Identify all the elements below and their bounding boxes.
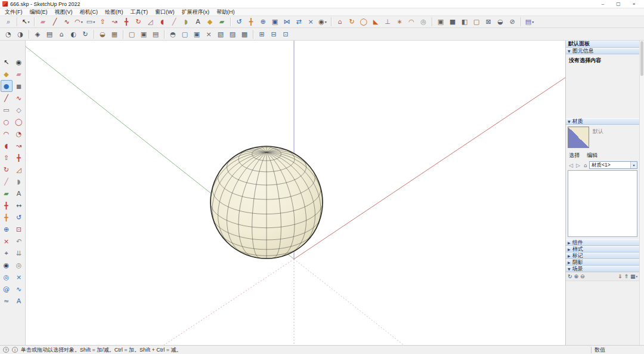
tool-scale[interactable]: ◿ <box>13 164 25 176</box>
materials-tab-edit[interactable]: 编辑 <box>587 152 597 159</box>
component-tool[interactable]: ▣ <box>191 29 202 39</box>
tool-previous-view[interactable]: ↶ <box>13 235 25 247</box>
group-tool[interactable]: ▢ <box>179 29 190 39</box>
terrain-tool[interactable]: ◒ <box>97 29 108 39</box>
menu-tools[interactable]: 工具(T) <box>127 8 152 16</box>
shape-tool[interactable]: ▭▾ <box>85 17 96 27</box>
solid-box-tool[interactable]: ■ <box>447 17 458 27</box>
tool-follow-me[interactable]: ↝ <box>13 140 25 152</box>
tool-rotated-rectangle[interactable]: ◇ <box>13 104 25 116</box>
orbit-tool[interactable]: ↺ <box>234 17 244 27</box>
scene-update[interactable]: ↻ <box>568 273 572 279</box>
move-tool[interactable]: ╋ <box>121 17 132 27</box>
subtract-tool[interactable]: ⊠ <box>483 17 494 27</box>
section-header-materials[interactable]: ▼ 材质 <box>566 118 639 125</box>
arc-tool[interactable]: ◠▾ <box>73 17 84 27</box>
menu-draw[interactable]: 绘图(R) <box>101 8 127 16</box>
pillar-tool[interactable]: ⊥ <box>382 17 393 27</box>
view-top[interactable]: ▤ <box>44 29 55 39</box>
trim-tool[interactable]: ◒ <box>495 17 506 27</box>
walkthrough-tool[interactable]: ◓ <box>168 29 178 39</box>
zoom-tool[interactable]: ⊕ <box>258 17 268 27</box>
minimize-button[interactable]: – <box>595 0 611 8</box>
tool-3d-text[interactable]: A <box>13 295 25 307</box>
menu-edit[interactable]: 编辑(E) <box>26 8 51 16</box>
section-plane-tool[interactable]: ▰ <box>216 17 227 27</box>
tool-text[interactable]: A <box>13 187 25 199</box>
warehouse-tool[interactable]: ⌂ <box>335 17 345 27</box>
union-tool[interactable]: ▢ <box>471 17 482 27</box>
menu-window[interactable]: 窗口(W) <box>151 8 178 16</box>
setsquare-tool[interactable]: ◣ <box>370 17 381 27</box>
tool-protractor[interactable]: ◗ <box>13 176 25 187</box>
tool-zoom-extents[interactable]: × <box>1 235 13 247</box>
lock-tool[interactable]: ▤ <box>150 29 161 39</box>
line-tool[interactable]: ╱ <box>49 17 60 27</box>
materials-window-tool[interactable]: ▣ <box>138 29 149 39</box>
case-tool[interactable]: ⊡ <box>280 29 291 39</box>
paint-bucket-tool[interactable]: ◆ <box>205 17 215 27</box>
tool-position-camera[interactable]: ⌖ <box>1 247 13 259</box>
scenes-list[interactable] <box>566 281 639 345</box>
search-tool[interactable]: ⌕ <box>3 17 14 27</box>
materials-dropdown[interactable]: 材质<1> ▾ <box>589 161 637 169</box>
freehand-tool[interactable]: ∿ <box>61 17 72 27</box>
tool-box[interactable]: ◼ <box>13 80 25 92</box>
tool-walk[interactable]: ⇊ <box>13 247 25 259</box>
material-preview[interactable] <box>568 127 589 148</box>
tool-eye[interactable]: ◎ <box>13 259 25 271</box>
view-right[interactable]: ◐ <box>68 29 79 39</box>
tool-dimension[interactable]: ↔ <box>13 199 25 211</box>
viewport[interactable] <box>26 41 565 345</box>
tool-paint-bucket[interactable]: ◆ <box>1 68 13 80</box>
scale-tool[interactable]: ◿ <box>145 17 156 27</box>
select-tool-caret[interactable]: ▾ <box>28 20 30 24</box>
help-icon[interactable]: ? <box>3 347 9 353</box>
tool-bezier[interactable]: ∿ <box>13 283 25 295</box>
materials-in-model-icon[interactable]: ⌂ <box>582 162 589 168</box>
tool-rotate[interactable]: ↻ <box>1 164 13 176</box>
tool-pan[interactable]: ╋ <box>1 211 13 223</box>
panel-scrollbar-thumb[interactable] <box>640 41 643 76</box>
panel-scrollbar[interactable] <box>639 41 644 345</box>
scene-remove[interactable]: ⊖ <box>580 273 585 279</box>
measurements-input[interactable] <box>608 347 641 353</box>
maximize-button[interactable]: ▢ <box>611 0 626 8</box>
section-header-entity-info[interactable]: ▼ 图元信息 <box>566 48 639 54</box>
view-front[interactable]: ⌂ <box>56 29 67 39</box>
intersect-tool[interactable]: ◧ <box>459 17 470 27</box>
paste-tool[interactable]: ▤▾ <box>524 17 535 27</box>
tool-move[interactable]: ╋ <box>13 152 25 164</box>
materials-list[interactable] <box>568 170 637 237</box>
menu-view[interactable]: 视图(V) <box>51 8 76 16</box>
purge-tool[interactable]: ↻ <box>346 17 357 27</box>
paste-tool-caret[interactable]: ▾ <box>532 20 534 24</box>
layout-grid-tool[interactable]: ⊞ <box>256 29 267 39</box>
push-pull-tool[interactable]: ⇧ <box>97 17 108 27</box>
scene-view-options-caret[interactable]: ▾ <box>636 275 637 278</box>
tool-helix[interactable]: ◎ <box>1 271 13 283</box>
hide-tool[interactable]: ▧ <box>215 29 226 39</box>
image-frame-tool[interactable]: ▦ <box>109 29 120 39</box>
tool-axes[interactable]: ╋ <box>1 199 13 211</box>
star-plugin-tool[interactable]: ∗ <box>394 17 405 27</box>
tool-person[interactable]: ◉ <box>1 259 13 271</box>
tool-line[interactable]: ╱ <box>1 92 13 104</box>
scene-move-up[interactable]: ⇑ <box>624 273 628 279</box>
scene-move-down[interactable]: ⇓ <box>618 273 623 279</box>
pan-tool[interactable]: ╋ <box>246 17 256 27</box>
flip-tool[interactable]: ⇄ <box>293 17 304 27</box>
tool-polygon[interactable]: ◯ <box>13 116 25 128</box>
tool-circle[interactable]: ○ <box>1 116 13 128</box>
tool-look-around[interactable]: ◉ <box>13 56 25 68</box>
eraser-tool[interactable]: ▰ <box>38 17 48 27</box>
scene-add[interactable]: ⊕ <box>574 273 579 279</box>
mirror-tool[interactable]: ⋈ <box>281 17 292 27</box>
section-header-scenes[interactable]: ▼ 场景 <box>566 266 639 272</box>
section-cut-tool[interactable]: × <box>203 29 214 39</box>
tool-zoom-window[interactable]: ⊡ <box>13 223 25 235</box>
tool-freehand[interactable]: ∿ <box>13 92 25 104</box>
tool-mirror[interactable]: × <box>13 271 25 283</box>
materials-tab-select[interactable]: 选择 <box>569 152 580 159</box>
edit-box-tool[interactable]: ▨ <box>227 29 238 39</box>
